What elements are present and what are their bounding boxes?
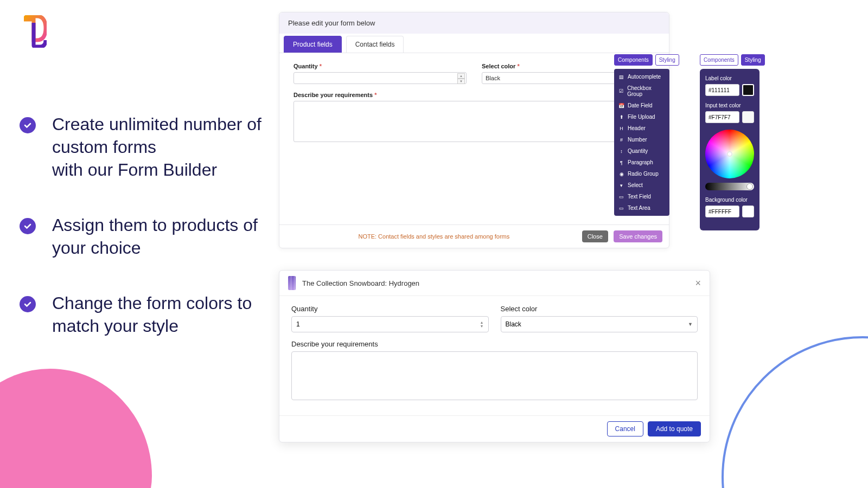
palette-item-select[interactable]: ▾Select (614, 179, 669, 191)
label-color-swatch[interactable] (742, 84, 754, 96)
requirements-label: Describe your requirements * (293, 92, 655, 98)
check-icon (20, 218, 36, 234)
modal-quantity-input[interactable]: 1 ▲▼ (291, 316, 489, 332)
modal-quantity-field: Quantity 1 ▲▼ (291, 305, 489, 332)
quantity-icon: ↕ (618, 148, 624, 154)
builder-footer-note: NOTE: Contact fields and styles are shar… (286, 233, 582, 240)
feature-item: Assign them to products of your choice (20, 214, 264, 259)
slider-handle[interactable] (746, 183, 753, 190)
palette-item-autocomplete[interactable]: ▤Autocomplete (614, 71, 669, 82)
app-logo (24, 15, 47, 48)
paragraph-icon: ¶ (618, 159, 624, 165)
tab-product-fields[interactable]: Product fields (284, 36, 342, 53)
chevron-down-icon: ▼ (688, 322, 693, 327)
form-canvas[interactable]: Quantity * ▲▼ Select color * Describe yo… (279, 53, 669, 224)
close-icon[interactable]: × (695, 278, 701, 289)
brightness-slider[interactable] (705, 183, 754, 190)
palette-item-number[interactable]: #Number (614, 134, 669, 145)
add-to-quote-button[interactable]: Add to quote (648, 421, 701, 436)
feature-text: Create unlimited number of custom formsw… (52, 113, 264, 181)
text-field-icon: ▭ (618, 194, 624, 200)
palette-tab-components[interactable]: Components (614, 54, 653, 66)
header-icon: H (618, 125, 624, 131)
stepper-icon[interactable]: ▲▼ (457, 73, 465, 83)
modal-title: The Collection Snowboard: Hydrogen (302, 279, 695, 287)
palette-item-checkbox-group[interactable]: ☑Checkbox Group (614, 82, 669, 100)
color-wheel[interactable] (705, 130, 754, 178)
checkbox-icon: ☑ (618, 88, 624, 94)
product-quote-modal: The Collection Snowboard: Hydrogen × Qua… (279, 270, 710, 442)
builder-header: Please edit your form below (279, 12, 669, 34)
background-color-input[interactable] (705, 206, 739, 217)
builder-tabs: Product fields Contact fields (279, 34, 669, 53)
quantity-input[interactable]: ▲▼ (293, 72, 467, 84)
palette-item-radio-group[interactable]: ◉Radio Group (614, 168, 669, 179)
color-wheel-handle[interactable] (727, 151, 732, 157)
label-color-input[interactable] (705, 84, 739, 96)
check-icon (20, 117, 36, 133)
input-text-color-label: Input text color (705, 102, 754, 108)
radio-icon: ◉ (618, 171, 624, 177)
upload-icon: ⬆ (618, 114, 624, 120)
modal-color-label: Select color (501, 305, 698, 313)
palette-item-header[interactable]: HHeader (614, 123, 669, 134)
modal-requirements-textarea[interactable] (291, 351, 698, 400)
autocomplete-icon: ▤ (618, 74, 624, 80)
requirements-textarea[interactable] (293, 101, 655, 142)
save-changes-button[interactable]: Save changes (614, 230, 662, 242)
palette-item-file-upload[interactable]: ⬆File Upload (614, 111, 669, 123)
cancel-button[interactable]: Cancel (607, 421, 643, 436)
modal-quantity-label: Quantity (291, 305, 489, 313)
label-color-label: Label color (705, 75, 754, 81)
palette-list: ▤Autocomplete ☑Checkbox Group 📅Date Fiel… (614, 69, 669, 216)
feature-text: Change the form colors to match your sty… (52, 292, 264, 337)
feature-text: Assign them to products of your choice (52, 214, 264, 259)
modal-requirements-label: Describe your requirements (291, 340, 698, 348)
background-color-label: Background color (705, 197, 754, 203)
style-tab-components[interactable]: Components (700, 54, 738, 66)
palette-item-date-field[interactable]: 📅Date Field (614, 100, 669, 111)
close-button[interactable]: Close (582, 230, 608, 242)
calendar-icon: 📅 (618, 102, 624, 108)
modal-color-field: Select color Black ▼ (501, 305, 698, 332)
stepper-icon[interactable]: ▲▼ (480, 320, 484, 328)
modal-requirements-field: Describe your requirements (291, 340, 698, 402)
input-text-color-input[interactable] (705, 111, 739, 123)
input-text-color-swatch[interactable] (742, 111, 754, 123)
palette-tab-styling[interactable]: Styling (655, 54, 679, 66)
styling-panel: Components Styling Label color Input tex… (700, 54, 760, 230)
palette-item-paragraph[interactable]: ¶Paragraph (614, 157, 669, 168)
modal-color-select[interactable]: Black ▼ (501, 316, 698, 332)
quantity-label: Quantity * (293, 63, 467, 69)
tab-contact-fields[interactable]: Contact fields (346, 36, 404, 53)
product-thumbnail (288, 276, 296, 290)
select-icon: ▾ (618, 182, 624, 188)
palette-item-quantity[interactable]: ↕Quantity (614, 145, 669, 157)
background-color-swatch[interactable] (742, 206, 754, 217)
quantity-field: Quantity * ▲▼ (293, 63, 467, 84)
decorative-arc (722, 336, 868, 488)
components-palette: Components Styling ▤Autocomplete ☑Checkb… (614, 54, 669, 216)
hash-icon: # (618, 137, 624, 143)
text-area-icon: ▭ (618, 205, 624, 211)
decorative-blob (0, 369, 152, 488)
feature-item: Change the form colors to match your sty… (20, 292, 264, 337)
palette-item-text-area[interactable]: ▭Text Area (614, 202, 669, 214)
feature-item: Create unlimited number of custom formsw… (20, 113, 264, 181)
form-builder-panel: Please edit your form below Product fiel… (279, 12, 669, 248)
style-tab-styling[interactable]: Styling (741, 54, 765, 66)
check-icon (20, 296, 36, 312)
features-list: Create unlimited number of custom formsw… (20, 113, 264, 370)
requirements-field: Describe your requirements * (293, 92, 655, 144)
palette-item-text-field[interactable]: ▭Text Field (614, 191, 669, 202)
